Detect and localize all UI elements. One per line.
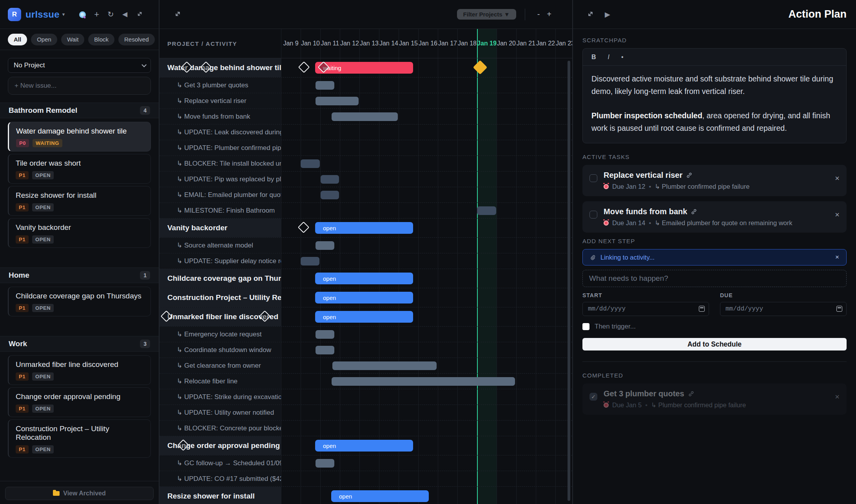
gantt-bar[interactable] [332, 377, 515, 386]
new-issue-input[interactable] [8, 77, 151, 95]
chevron-down-icon[interactable]: ▾ [62, 11, 65, 17]
gantt-row[interactable]: Construction Project – Utility Relocatio… [160, 288, 572, 307]
gantt-bar[interactable]: open [315, 273, 413, 284]
gantt-row[interactable]: ↳ UPDATE: Leak discovered during de [160, 125, 572, 140]
expand-icon[interactable] [586, 10, 595, 19]
gantt-row[interactable]: Change order approval pendingopen [160, 436, 572, 455]
gantt-bar[interactable] [316, 330, 334, 339]
gantt-row[interactable]: ↳ Move funds from bank [160, 109, 572, 125]
filter-projects-button[interactable]: Filter Projects ▼ [457, 9, 516, 20]
gantt-row[interactable]: ↳ UPDATE: Utility owner notified [160, 405, 572, 421]
start-date-input[interactable] [582, 302, 709, 316]
gantt-row[interactable]: ↳ Get 3 plumber quotes [160, 78, 572, 93]
next-step-input[interactable] [582, 270, 847, 287]
gantt-row[interactable]: ↳ UPDATE: Supplier delay notice recei [160, 253, 572, 269]
play-icon[interactable]: ▶ [605, 11, 610, 18]
close-icon[interactable]: × [835, 392, 840, 401]
gantt-bar[interactable] [332, 112, 398, 121]
group-header-work[interactable]: Work3 [0, 336, 159, 352]
zoom-out-button[interactable]: - [534, 10, 544, 19]
milestone-diamond[interactable] [298, 222, 310, 233]
milestone-diamond[interactable] [473, 60, 488, 75]
add-icon[interactable]: + [94, 10, 99, 19]
zoom-in-button[interactable]: + [543, 10, 555, 19]
gantt-row[interactable]: ↳ Emergency locate request [160, 327, 572, 342]
bullet-list-button[interactable]: • [621, 54, 624, 61]
gantt-bar[interactable] [301, 257, 319, 266]
add-to-schedule-button[interactable]: Add to Schedule [582, 338, 847, 350]
issue-card[interactable]: Tile order was shortP1OPEN [8, 154, 151, 184]
filter-pill-block[interactable]: Block [88, 34, 114, 45]
gantt-bar[interactable]: open [315, 440, 413, 452]
scratchpad-editor[interactable]: Discovered active moisture and soft subs… [583, 66, 846, 143]
gantt-bar[interactable]: waiting [315, 62, 413, 74]
gantt-row[interactable]: ↳ BLOCKER: Concrete pour blocked p [160, 421, 572, 436]
task-checkbox[interactable] [589, 174, 597, 182]
filter-pill-resolved[interactable]: Resolved [118, 34, 155, 45]
issue-card[interactable]: Change order approval pendingP1OPEN [8, 387, 151, 417]
vertical-scrollbar[interactable] [568, 61, 570, 501]
gantt-row[interactable]: ↳ Replace vertical riser [160, 93, 572, 109]
gantt-row[interactable]: ↳ Get clearance from owner [160, 358, 572, 374]
gantt-bar[interactable] [316, 346, 334, 354]
gantt-row[interactable]: ↳ UPDATE: Plumber confirmed pipe fa [160, 140, 572, 156]
gantt-bar[interactable] [477, 206, 496, 215]
filter-pill-all[interactable]: All [8, 34, 27, 45]
gantt-bar[interactable]: open [331, 490, 429, 502]
issue-card[interactable]: Vanity backorderP1OPEN [8, 218, 151, 248]
group-header-bathroom-remodel[interactable]: Bathroom Remodel4 [0, 103, 159, 118]
gantt-row[interactable]: ↳ UPDATE: Strike during excavation [160, 389, 572, 405]
expand-icon[interactable] [136, 10, 143, 19]
due-date-input[interactable] [720, 302, 847, 316]
gantt-row[interactable]: ↳ MILESTONE: Finish Bathroom [160, 203, 572, 219]
gantt-row[interactable]: Unmarked fiber line discoveredopen [160, 307, 572, 327]
milestone-diamond[interactable] [298, 61, 310, 73]
view-archived-button[interactable]: View Archived [5, 487, 154, 500]
expand-icon[interactable] [174, 10, 182, 19]
gantt-bar[interactable] [316, 459, 334, 468]
gantt-row[interactable]: ↳ GC follow-up → Scheduled 01/09 [160, 455, 572, 471]
issue-card[interactable]: Unmarked fiber line discoveredP1OPEN [8, 355, 151, 385]
italic-button[interactable]: I [608, 54, 609, 61]
app-logo[interactable]: R [8, 8, 21, 21]
back-icon[interactable]: ◀ [122, 11, 127, 18]
issue-card[interactable]: Resize shower for installP1OPEN [8, 186, 151, 216]
gantt-bar[interactable] [301, 159, 320, 168]
gantt-row[interactable]: ↳ BLOCKER: Tile install blocked until p [160, 156, 572, 172]
filter-pill-open[interactable]: Open [31, 34, 57, 45]
close-icon[interactable]: × [835, 174, 840, 183]
gantt-bar[interactable]: open [315, 311, 413, 323]
bold-button[interactable]: B [591, 54, 596, 61]
group-header-home[interactable]: Home1 [0, 267, 159, 283]
gantt-row[interactable]: Childcare coverage gap on Thursdaysopen [160, 269, 572, 288]
issue-card[interactable]: Construction Project – Utility Relocatio… [8, 419, 151, 458]
gantt-bar[interactable] [321, 191, 339, 199]
gantt-row[interactable]: Resize shower for installopen [160, 487, 572, 504]
calendar-icon[interactable] [836, 306, 842, 312]
close-icon[interactable]: × [835, 210, 840, 219]
filter-pill-wait[interactable]: Wait [61, 34, 84, 45]
gantt-row[interactable]: ↳ Relocate fiber line [160, 374, 572, 389]
gantt-bar[interactable]: open [315, 292, 413, 303]
task-checkbox-checked[interactable]: ✓ [589, 393, 597, 401]
gantt-row[interactable]: ↳ UPDATE: Pip was replaced by plumb [160, 172, 572, 187]
gantt-bar[interactable] [321, 175, 339, 184]
gantt-row[interactable]: Water damage behind shower tilewaiting [160, 58, 572, 78]
task-checkbox[interactable] [589, 211, 597, 219]
gantt-row[interactable]: Vanity backorderopen [160, 219, 572, 238]
gantt-bar[interactable]: open [315, 222, 413, 234]
gantt-row[interactable]: ↳ UPDATE: CO #17 submitted ($42,30 [160, 471, 572, 487]
search-icon[interactable] [79, 11, 86, 18]
gantt-bar[interactable] [332, 361, 437, 370]
close-icon[interactable]: × [835, 253, 839, 261]
trigger-checkbox[interactable] [582, 323, 589, 330]
gantt-bar[interactable] [316, 241, 334, 250]
issue-card[interactable]: Water damage behind shower tileP0WAITING [8, 122, 151, 152]
project-select[interactable]: No Project [8, 58, 151, 73]
app-title[interactable]: urIssue [25, 9, 60, 20]
gantt-row[interactable]: ↳ Source alternate model [160, 238, 572, 253]
gantt-bar[interactable] [316, 81, 334, 90]
gantt-row[interactable]: ↳ Coordinate shutdown window [160, 342, 572, 358]
refresh-icon[interactable]: ↻ [108, 11, 114, 18]
gantt-row[interactable]: ↳ EMAIL: Emailed plumber for quote o [160, 187, 572, 203]
